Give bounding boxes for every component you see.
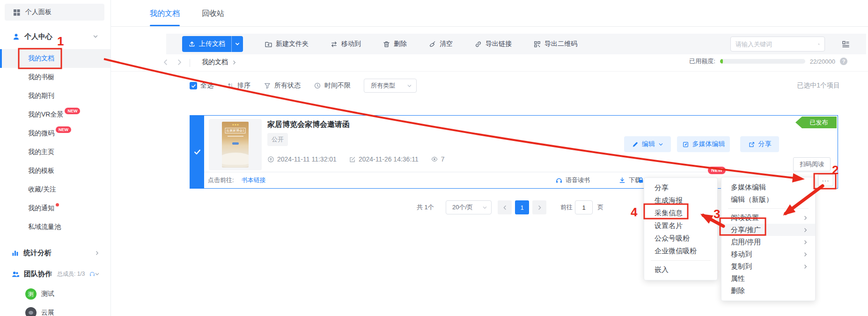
breadcrumb[interactable]: 我的文档 xyxy=(202,57,237,67)
annotation-step-4: 4 xyxy=(631,205,638,219)
dashboard-label: 个人面板 xyxy=(25,8,51,16)
cover-decoration xyxy=(232,142,239,145)
scan-to-read-button[interactable]: 扫码阅读 xyxy=(793,157,831,171)
view-toggle-icon[interactable] xyxy=(841,40,850,49)
action-label: 移动到 xyxy=(341,40,361,48)
edit-button[interactable]: 编辑 xyxy=(624,136,671,152)
share-button[interactable]: 分享 xyxy=(740,136,779,152)
team-member-row[interactable]: 云展 xyxy=(25,306,54,316)
menu-item-business-card[interactable]: 设置名片 xyxy=(644,220,717,232)
menu-item-multimedia-edit[interactable]: 多媒体编辑 xyxy=(721,181,815,193)
new-badge: NEW xyxy=(708,167,726,174)
sidebar-group-personal-center[interactable]: 个人中心 xyxy=(12,29,106,44)
multimedia-edit-button[interactable]: 多媒体编辑 xyxy=(677,136,730,152)
sidebar-item-my-bookshelf[interactable]: 我的书橱 xyxy=(0,68,110,87)
new-badge: NEW xyxy=(56,126,71,133)
move-to-button[interactable]: 移动到 xyxy=(330,40,361,48)
chevron-down-icon xyxy=(93,34,98,39)
goto-page-unit: 页 xyxy=(597,203,603,212)
new-folder-button[interactable]: 新建文件夹 xyxy=(265,40,309,48)
new-badge: NEW xyxy=(65,108,80,114)
sidebar-item-notifications[interactable]: 我的通知 xyxy=(0,199,110,218)
sidebar-item-favorites[interactable]: 收藏/关注 xyxy=(0,180,110,199)
nav-back-button[interactable] xyxy=(162,58,170,66)
tab-my-documents[interactable]: 我的文档 xyxy=(150,9,180,19)
upload-document-button[interactable]: 上传文档 xyxy=(182,36,231,52)
app-screen: 个人面板 个人中心 我的文档 我的书橱 我的期刊 我的VR全景NEW 我的微码N… xyxy=(0,0,868,316)
sidebar-item-my-journal[interactable]: 我的期刊 xyxy=(0,87,110,105)
sidebar-item-my-templates[interactable]: 我的模板 xyxy=(0,162,110,180)
menu-item-reading-settings[interactable]: 阅读设置 xyxy=(721,212,815,224)
team-members-count: 总成员: 1/3 xyxy=(57,270,85,278)
team-label: 团队协作 xyxy=(24,270,52,279)
menu-item-share[interactable]: 分享 xyxy=(644,182,717,194)
selection-strip[interactable] xyxy=(190,116,204,188)
document-title[interactable]: 家居博览会家博会邀请函 xyxy=(267,120,350,130)
sidebar-item-team-collaboration[interactable]: 团队协作 总成员: 1/3 xyxy=(11,266,107,282)
menu-item-official-account[interactable]: 公众号吸粉 xyxy=(644,232,717,245)
export-link-button[interactable]: 导出链接 xyxy=(474,40,512,48)
sidebar-item-statistics[interactable]: 统计分析 xyxy=(11,245,107,261)
team-icon xyxy=(11,270,20,278)
share-submenu: 分享 生成海报 采集信息 设置名片 公众号吸粉 企业微信吸粉 嵌入 xyxy=(644,177,718,280)
sidebar-item-label: 我的微码 xyxy=(28,129,54,138)
sidebar-item-private-traffic[interactable]: 私域流量池 xyxy=(0,218,110,236)
sidebar-item-label: 我的VR全景 xyxy=(28,110,63,119)
tab-recycle-bin[interactable]: 回收站 xyxy=(202,9,224,19)
type-filter-select[interactable]: 所有类型 xyxy=(364,79,417,93)
menu-item-copy-to[interactable]: 复制到 xyxy=(721,260,815,272)
menu-item-share-promote[interactable]: 分享/推广 xyxy=(721,224,815,236)
quota-progress-bar xyxy=(720,59,805,64)
time-filter[interactable]: 时间不限 xyxy=(314,81,351,90)
help-icon[interactable]: ? xyxy=(840,58,847,65)
prev-page-button[interactable] xyxy=(498,200,512,214)
pagination-total: 共 1个 xyxy=(417,203,434,212)
member-name: 测试 xyxy=(41,290,54,298)
sidebar-item-my-homepage[interactable]: 我的主页 xyxy=(0,143,110,162)
menu-item-embed[interactable]: 嵌入 xyxy=(644,264,717,276)
chevron-right-icon xyxy=(803,240,808,245)
clear-button[interactable]: 清空 xyxy=(428,40,453,48)
bar-chart-icon xyxy=(11,249,19,257)
menu-item-properties[interactable]: 属性 xyxy=(721,272,815,285)
next-page-button[interactable] xyxy=(532,200,546,214)
select-all-checkbox[interactable] xyxy=(190,82,197,89)
pencil-icon xyxy=(632,141,639,148)
cover-title: 云展家博会1 xyxy=(225,128,246,133)
search-input[interactable] xyxy=(736,41,818,48)
sidebar-item-my-vr[interactable]: 我的VR全景NEW xyxy=(0,105,110,124)
audio-read-button[interactable]: 语音读书 xyxy=(555,172,590,188)
sidebar-item-my-microcode[interactable]: 我的微码NEW xyxy=(0,124,110,143)
dashboard-grid-icon xyxy=(13,8,21,16)
menu-item-label: 编辑（新版） xyxy=(731,195,773,204)
menu-item-move-to[interactable]: 移动到 xyxy=(721,248,815,260)
sort-control[interactable]: 排序 xyxy=(227,81,250,90)
menu-item-generate-poster[interactable]: 生成海报 xyxy=(644,194,717,207)
book-link[interactable]: 书本链接 xyxy=(242,176,266,184)
delete-button[interactable]: 删除 xyxy=(383,40,407,48)
published-ribbon: 已发布 xyxy=(795,117,837,128)
sidebar-item-my-documents[interactable]: 我的文档 xyxy=(0,49,110,68)
current-page-button[interactable]: 1 xyxy=(515,200,529,214)
type-filter-value: 所有类型 xyxy=(371,81,395,90)
menu-item-enable-disable[interactable]: 启用/停用 xyxy=(721,236,815,248)
document-thumbnail[interactable]: 云展家博会1 xyxy=(209,119,262,170)
sidebar-item-dashboard[interactable]: 个人面板 xyxy=(5,4,104,21)
member-avatar: 测 xyxy=(25,288,37,300)
menu-item-label: 阅读设置 xyxy=(731,213,759,222)
export-qrcode-button[interactable]: 导出二维码 xyxy=(533,40,577,48)
status-filter[interactable]: 所有状态 xyxy=(264,81,301,90)
nav-forward-button[interactable] xyxy=(175,58,184,66)
menu-item-wecom[interactable]: 企业微信吸粉 xyxy=(644,245,717,257)
check-icon xyxy=(193,148,201,156)
search-icon[interactable] xyxy=(818,40,820,48)
more-actions-button[interactable]: ··· xyxy=(818,174,833,186)
menu-item-delete[interactable]: 删除 xyxy=(721,285,815,297)
upload-dropdown-button[interactable] xyxy=(231,36,243,52)
menu-divider xyxy=(651,260,711,261)
goto-page-input[interactable] xyxy=(575,200,593,214)
page-size-select[interactable]: 20个/页 xyxy=(446,200,492,214)
team-member-row[interactable]: 测 测试 xyxy=(25,287,54,301)
menu-item-edit-new[interactable]: 编辑（新版） xyxy=(721,193,815,206)
menu-item-collect-info[interactable]: 采集信息 xyxy=(644,207,717,220)
